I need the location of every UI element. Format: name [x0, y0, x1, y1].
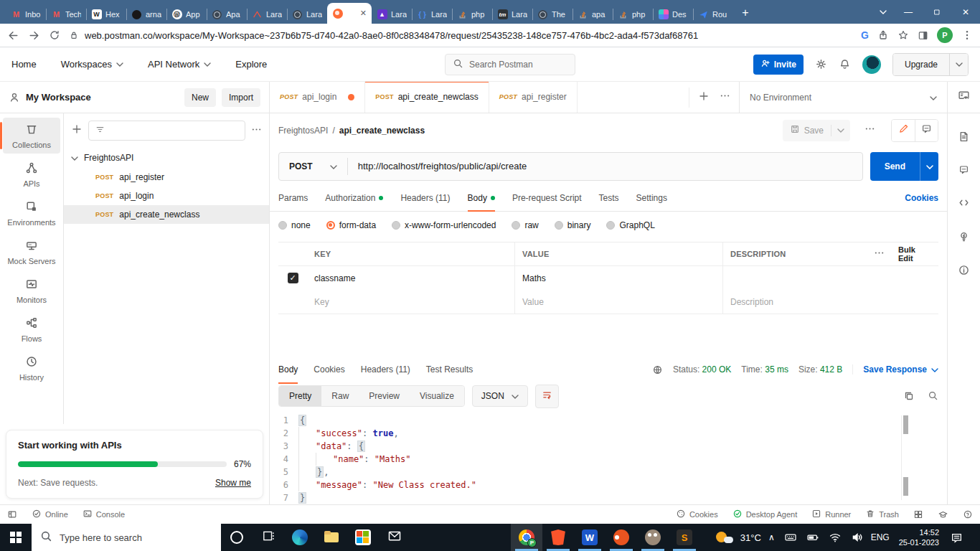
maximize-button[interactable]: [923, 0, 951, 24]
size-value[interactable]: 412 B: [820, 364, 842, 375]
sidebar-item-apis[interactable]: APIs: [3, 156, 60, 192]
view-visualize[interactable]: Visualize: [410, 386, 464, 406]
environment-chevron-icon[interactable]: [930, 93, 937, 103]
related-requests-bulb-icon[interactable]: [958, 230, 970, 242]
copy-response-icon[interactable]: [903, 390, 915, 402]
settings-gear-icon[interactable]: [815, 58, 827, 70]
body-type-raw[interactable]: raw: [512, 220, 538, 230]
nav-home[interactable]: Home: [11, 59, 37, 70]
browser-tab[interactable]: { } Lara: [412, 5, 452, 24]
help-icon[interactable]: [963, 509, 973, 519]
sidebar-item-mock-servers[interactable]: Mock Servers: [3, 234, 60, 270]
cortana-button[interactable]: [221, 524, 253, 551]
documentation-icon[interactable]: [958, 131, 970, 143]
taskbar-search-box[interactable]: Type here to search: [32, 524, 221, 551]
request-url-input[interactable]: [348, 161, 862, 171]
browser-tab[interactable]: ✕: [327, 3, 372, 24]
method-dropdown[interactable]: POST: [279, 161, 347, 171]
browser-tab[interactable]: The: [532, 5, 573, 24]
browser-profile-avatar[interactable]: P: [937, 27, 953, 43]
touch-keyboard-icon[interactable]: [782, 531, 799, 544]
request-tab-menu-icon[interactable]: [720, 90, 730, 104]
new-button[interactable]: New: [184, 88, 216, 107]
upgrade-chevron[interactable]: [949, 54, 968, 75]
response-network-icon[interactable]: [652, 364, 663, 375]
tab-pre-request-script[interactable]: Pre-request Script: [512, 185, 582, 211]
trash-button[interactable]: Trash: [865, 509, 899, 520]
browser-tab[interactable]: php: [452, 5, 492, 24]
file-explorer-icon[interactable]: [316, 524, 347, 551]
url-text[interactable]: web.postman.co/workspace/My-Workspace~23…: [85, 30, 698, 41]
view-preview[interactable]: Preview: [359, 386, 410, 406]
task-view-button[interactable]: [253, 524, 284, 551]
view-raw[interactable]: Raw: [321, 386, 359, 406]
send-button[interactable]: Send: [870, 152, 920, 181]
row-key[interactable]: classname: [307, 266, 515, 290]
time-value[interactable]: 35 ms: [765, 364, 788, 375]
save-chevron[interactable]: [831, 125, 850, 136]
minimize-button[interactable]: —: [894, 0, 923, 24]
cookies-button[interactable]: Cookies: [676, 509, 718, 520]
browser-tab[interactable]: M Tech: [46, 5, 86, 24]
mail-icon[interactable]: [379, 524, 410, 551]
two-pane-icon[interactable]: [913, 509, 923, 519]
browser-tab[interactable]: Rou: [693, 5, 733, 24]
browser-tab[interactable]: apa: [573, 5, 613, 24]
console-button[interactable]: Console: [83, 509, 125, 520]
invite-button[interactable]: Invite: [753, 55, 804, 75]
side-panel-icon[interactable]: [918, 30, 928, 41]
browser-tab[interactable]: Lara: [287, 5, 327, 24]
code-snippet-icon[interactable]: [958, 197, 970, 209]
collection-chevron-icon[interactable]: [71, 153, 78, 163]
tree-request-api_register[interactable]: POST api_register: [64, 168, 269, 187]
reload-icon[interactable]: [49, 29, 60, 41]
environment-quick-look-icon[interactable]: [947, 82, 980, 113]
request-tab-api_create_newclass[interactable]: POST api_create_newclass: [365, 82, 489, 113]
brave-icon[interactable]: [542, 524, 574, 551]
show-me-link[interactable]: Show me: [215, 478, 251, 488]
forward-icon[interactable]: [28, 29, 40, 42]
sidebar-item-collections[interactable]: Collections: [3, 118, 60, 154]
address-bar[interactable]: web.postman.co/workspace/My-Workspace~23…: [69, 30, 852, 41]
collection-filter-box[interactable]: [88, 121, 245, 141]
nav-api-network[interactable]: API Network: [148, 59, 211, 70]
battery-icon[interactable]: [804, 531, 821, 544]
ubuntu-icon[interactable]: [606, 524, 637, 551]
body-type-x-www-form-urlencoded[interactable]: x-www-form-urlencoded: [392, 220, 496, 230]
gimp-icon[interactable]: [637, 524, 669, 551]
table-menu-icon[interactable]: [867, 242, 891, 265]
body-type-none[interactable]: none: [278, 220, 311, 230]
import-button[interactable]: Import: [222, 88, 260, 107]
request-menu-icon[interactable]: [864, 123, 875, 137]
start-button[interactable]: [0, 524, 32, 551]
row-checkbox[interactable]: ✓: [288, 273, 298, 283]
google-icon[interactable]: G: [861, 29, 869, 41]
rename-pencil-button[interactable]: [892, 120, 915, 141]
tab-body[interactable]: Body: [468, 185, 495, 211]
status-value[interactable]: 200 OK: [702, 364, 732, 375]
wifi-icon[interactable]: [826, 531, 844, 544]
postman-avatar[interactable]: [862, 55, 881, 74]
bookmark-star-icon[interactable]: [897, 29, 909, 41]
save-response-button[interactable]: Save Response: [852, 364, 938, 375]
tree-menu-icon[interactable]: [251, 124, 262, 138]
response-tab-test-results[interactable]: Test Results: [426, 358, 473, 381]
response-tab-headers-11-[interactable]: Headers (11): [361, 358, 410, 381]
close-button[interactable]: ✕: [951, 0, 980, 24]
tree-request-api_create_newclass[interactable]: POST api_create_newclass: [64, 205, 269, 224]
notifications-bell-icon[interactable]: [839, 58, 851, 70]
comments-panel-icon[interactable]: [958, 164, 969, 175]
browser-tab[interactable]: php: [613, 5, 653, 24]
editor-scrollbar[interactable]: [901, 415, 908, 500]
request-tab-api_login[interactable]: POST api_login: [270, 82, 365, 113]
nav-workspaces[interactable]: Workspaces: [61, 59, 123, 70]
send-chevron[interactable]: [920, 152, 938, 181]
store-icon[interactable]: [347, 524, 379, 551]
volume-icon[interactable]: [849, 531, 866, 544]
tab-settings[interactable]: Settings: [636, 185, 667, 211]
sidebar-item-history[interactable]: History: [3, 350, 60, 386]
desktop-agent-status[interactable]: Desktop Agent: [732, 509, 798, 520]
response-body-editor[interactable]: 1{ 2"success": true, 3"data": { 4"name":…: [270, 411, 947, 504]
browser-menu-icon[interactable]: [961, 29, 973, 41]
collection-freightosapi[interactable]: FreightosAPI: [64, 148, 269, 168]
